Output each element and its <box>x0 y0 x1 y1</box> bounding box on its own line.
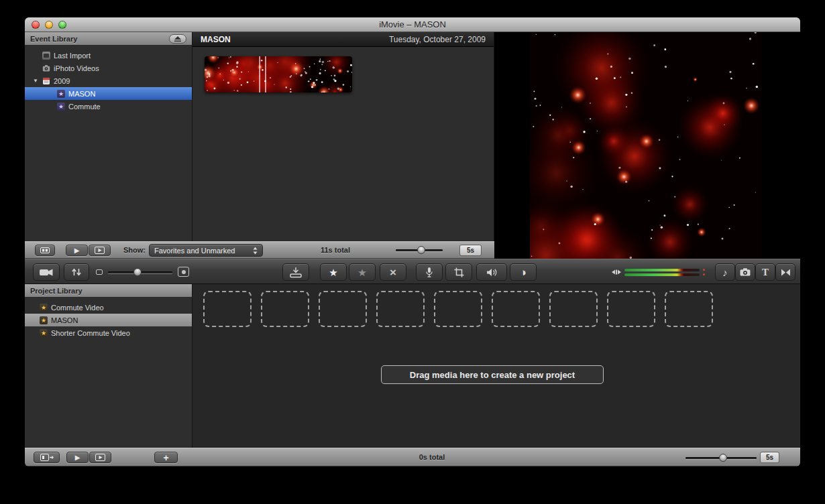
play-project-fullscreen-button[interactable] <box>89 452 111 463</box>
window-titlebar[interactable]: iMovie – MASON <box>25 17 800 32</box>
slider-thumb[interactable] <box>719 454 727 462</box>
import-from-camera-button[interactable] <box>33 263 60 281</box>
project-library-panel: Project Library ★ Commute Video ★ MASON … <box>25 284 192 448</box>
add-to-project-icon <box>289 267 302 278</box>
play-icon: ▶ <box>74 247 80 254</box>
marked-clip-button[interactable] <box>35 245 55 256</box>
close-button[interactable] <box>32 21 40 29</box>
audio-level-meter <box>612 265 714 279</box>
clip-placeholder <box>203 291 252 327</box>
add-selection-to-project-button[interactable] <box>34 452 60 463</box>
imovie-window: iMovie – MASON Event Library Last Import <box>25 17 800 466</box>
event-toolbar: ▶ Show: Favorites and Unmarked 11s total… <box>25 241 494 259</box>
event-item-mason[interactable]: ★ MASON <box>25 87 192 100</box>
event-library-panel: Event Library Last Import iPho <box>25 32 192 241</box>
clip-placeholder <box>376 291 425 327</box>
project-star-icon: ★ <box>40 304 48 312</box>
zoom-button[interactable] <box>58 21 66 29</box>
play-fullscreen-button[interactable] <box>89 245 111 256</box>
project-star-icon: ★ <box>40 316 48 324</box>
small-thumbnail-icon <box>96 269 103 275</box>
event-item-commute[interactable]: ★ Commute <box>25 100 192 113</box>
project-library-header: Project Library <box>30 287 82 295</box>
project-item-mason[interactable]: ★ MASON <box>25 314 192 326</box>
event-item-2009[interactable]: ▼ 2009 <box>25 74 192 87</box>
video-adjust-button[interactable]: ◑ <box>510 263 537 281</box>
event-item-iphoto-videos[interactable]: iPhoto Videos <box>25 62 192 74</box>
traffic-lights <box>32 21 66 29</box>
clip-placeholder <box>319 291 367 327</box>
audio-adjust-button[interactable] <box>476 263 507 281</box>
event-zoom-value: 5s <box>459 245 482 256</box>
project-canvas: Drag media here to create a new project <box>192 284 800 448</box>
slider-thumb[interactable] <box>133 268 142 276</box>
microphone-icon <box>425 267 433 278</box>
last-import-icon <box>42 52 50 60</box>
drag-media-drop-target[interactable]: Drag media here to create a new project <box>381 365 604 384</box>
photos-button[interactable] <box>735 263 755 281</box>
project-zoom-slider[interactable] <box>685 457 757 459</box>
event-title: MASON <box>201 35 231 44</box>
camcorder-icon <box>39 268 54 277</box>
main-toolbar: ★ ★ × ◑ <box>25 259 800 284</box>
eject-icon <box>174 36 181 42</box>
clip-placeholder <box>261 291 309 327</box>
play-fullscreen-icon <box>95 247 105 254</box>
event-star-icon: ★ <box>57 103 65 111</box>
music-jingles-button[interactable]: ♪ <box>715 263 735 281</box>
viewer-panel <box>494 32 800 259</box>
group-by-drive-button[interactable] <box>169 34 186 44</box>
clip-placeholder <box>665 291 713 327</box>
clip-placeholder <box>549 291 598 327</box>
contrast-icon: ◑ <box>520 267 527 278</box>
crop-icon <box>454 267 464 277</box>
new-project-button[interactable]: + <box>154 452 178 463</box>
speaker-icon <box>486 268 498 277</box>
play-project-button[interactable]: ▶ <box>66 452 89 463</box>
event-library-header: Event Library <box>30 35 77 43</box>
project-item-commute-video[interactable]: ★ Commute Video <box>25 301 192 314</box>
updown-arrows-icon <box>253 247 258 255</box>
slider-thumb[interactable] <box>417 246 425 254</box>
play-event-button[interactable]: ▶ <box>66 245 88 256</box>
crop-button[interactable] <box>445 263 472 281</box>
project-item-shorter-commute-video[interactable]: ★ Shorter Commute Video <box>25 326 192 339</box>
project-zoom-value: 5s <box>760 452 779 463</box>
titles-icon: T <box>762 267 769 277</box>
event-item-last-import[interactable]: Last Import <box>25 49 192 62</box>
add-to-project-button[interactable] <box>282 263 309 281</box>
project-duration: 0s total <box>419 453 445 461</box>
transitions-button[interactable] <box>775 263 795 281</box>
show-filter-dropdown[interactable]: Favorites and Unmarked <box>149 244 263 257</box>
clip-icon <box>40 247 50 253</box>
swap-events-projects-button[interactable] <box>64 263 89 281</box>
large-thumbnail-icon <box>178 267 189 277</box>
event-filmstrip-clip[interactable] <box>205 56 352 92</box>
voiceover-button[interactable] <box>416 263 443 281</box>
window-title: iMovie – MASON <box>379 19 446 29</box>
reject-button[interactable]: × <box>380 263 406 281</box>
music-note-icon: ♪ <box>722 267 728 277</box>
disclosure-triangle-icon[interactable]: ▼ <box>32 78 39 84</box>
play-icon: ▶ <box>75 454 80 461</box>
event-date: Tuesday, October 27, 2009 <box>389 35 486 44</box>
audio-skim-icon <box>612 269 621 275</box>
project-star-icon: ★ <box>40 329 48 337</box>
minimize-button[interactable] <box>45 21 53 29</box>
export-clip-icon <box>40 454 54 461</box>
project-toolbar: ▶ + 0s total 5s <box>25 448 800 466</box>
favorite-button[interactable]: ★ <box>320 263 347 281</box>
viewer-video-frame <box>530 32 761 259</box>
plus-icon: + <box>163 453 168 462</box>
event-browser-panel: MASON Tuesday, October 27, 2009 <box>192 32 494 241</box>
event-duration: 11s total <box>321 246 350 254</box>
thumbnail-size-slider[interactable] <box>108 271 172 273</box>
calendar-icon <box>42 77 50 85</box>
clip-placeholder <box>492 291 540 327</box>
titles-button[interactable]: T <box>755 263 775 281</box>
transitions-icon <box>781 269 791 276</box>
star-dim-icon: ★ <box>358 267 366 277</box>
unmark-button[interactable]: ★ <box>349 263 376 281</box>
camera-icon <box>42 64 50 72</box>
event-zoom-slider[interactable] <box>396 249 443 251</box>
